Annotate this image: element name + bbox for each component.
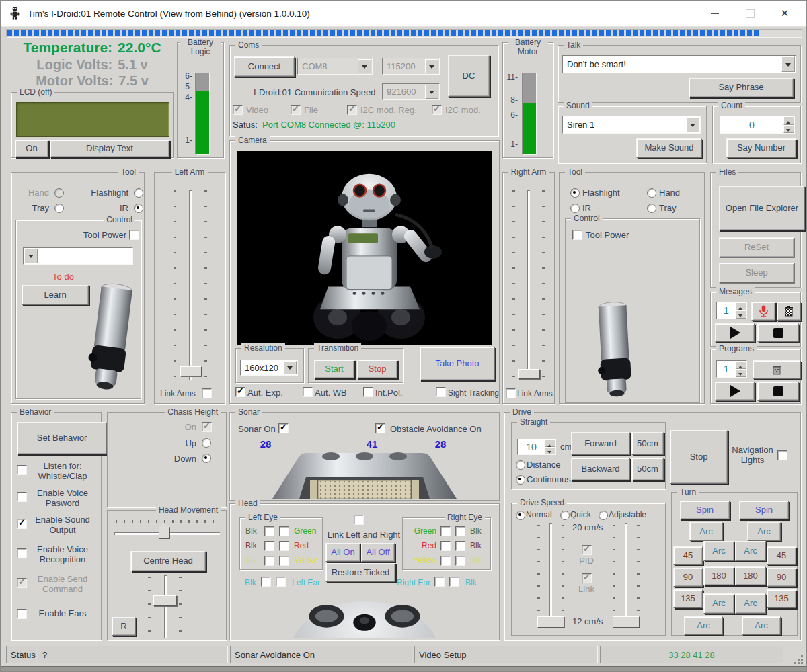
centre-head-button[interactable]: Centre Head	[130, 551, 206, 571]
play-message-button[interactable]	[715, 323, 755, 342]
right-arm-slider-thumb[interactable]	[518, 369, 540, 379]
sound-output-checkbox[interactable]	[17, 519, 27, 529]
head-reset-button[interactable]: R	[112, 617, 136, 636]
left-eye-red-cb1[interactable]	[264, 541, 274, 551]
left-speed-slider-thumb[interactable]	[537, 616, 564, 628]
navigation-lights-checkbox[interactable]	[777, 450, 787, 460]
message-down-icon[interactable]	[736, 310, 746, 319]
sonar-on-checkbox[interactable]	[278, 423, 289, 433]
head-tilt-slider-track[interactable]	[164, 575, 167, 638]
spin-left-button[interactable]: Spin	[680, 501, 730, 519]
arc-row3-left-button[interactable]: Arc	[703, 541, 734, 561]
link-speed-checkbox[interactable]	[582, 573, 592, 583]
i2c-reg-checkbox[interactable]	[347, 105, 357, 115]
minimize-button[interactable]	[699, 1, 731, 26]
turn-135-right-button[interactable]: 135	[767, 589, 796, 608]
arc-row5-left-button[interactable]: Arc	[703, 593, 734, 614]
lcd-on-button[interactable]: On	[15, 140, 48, 157]
baud-select[interactable]: 115200	[382, 58, 440, 75]
speed-quick-radio[interactable]	[560, 511, 570, 520]
all-off-button[interactable]: All Off	[361, 543, 395, 562]
turn-45-right-button[interactable]: 45	[767, 546, 796, 565]
pid-checkbox[interactable]	[582, 545, 592, 555]
left-arm-link-checkbox[interactable]	[202, 388, 212, 398]
tool-power-left-checkbox[interactable]	[129, 230, 139, 240]
chasis-down-radio[interactable]	[202, 454, 211, 463]
reset-button[interactable]: ReSet	[719, 237, 794, 257]
count-spinner[interactable]: 0	[720, 116, 795, 134]
message-number-spinner[interactable]: 1	[716, 302, 747, 319]
distance-spinner[interactable]: 10	[517, 439, 556, 455]
flashlight-radio-right[interactable]	[570, 188, 580, 198]
left-eye-yellow-cb1[interactable]	[264, 556, 274, 566]
record-message-button[interactable]	[751, 302, 775, 321]
tray-radio-right[interactable]	[647, 204, 656, 213]
right-arm-link-checkbox[interactable]	[506, 388, 516, 398]
speed-normal-radio[interactable]	[516, 511, 525, 520]
turn-90-right-button[interactable]: 90	[767, 568, 796, 587]
left-speed-slider-track[interactable]	[549, 523, 552, 626]
left-eye-green-cb1[interactable]	[264, 526, 274, 536]
tool-action-select[interactable]	[23, 247, 133, 265]
program-up-icon[interactable]	[736, 361, 746, 369]
right-eye-green-cb1[interactable]	[440, 526, 451, 536]
left-ear-cb2[interactable]	[276, 577, 286, 587]
int-pol-checkbox[interactable]	[363, 387, 373, 397]
right-speed-slider-thumb[interactable]	[613, 616, 640, 628]
left-ear-cb1[interactable]	[261, 577, 271, 587]
com-port-dropdown-icon[interactable]	[358, 59, 371, 73]
resolution-dropdown-icon[interactable]	[283, 361, 297, 374]
connect-button[interactable]: Connect	[234, 56, 295, 77]
sound-dropdown-icon[interactable]	[686, 117, 699, 132]
droid-speed-dropdown-icon[interactable]	[425, 85, 438, 99]
link-left-right-checkbox[interactable]	[354, 515, 364, 525]
message-up-icon[interactable]	[736, 302, 746, 310]
turn-90-left-button[interactable]: 90	[673, 568, 703, 587]
enable-ears-checkbox[interactable]	[17, 609, 27, 619]
droid-speed-select[interactable]: 921600	[382, 83, 440, 100]
arc-row2-left-button[interactable]: Arc	[689, 522, 723, 541]
phrase-select[interactable]: Don't be smart!	[562, 55, 796, 73]
count-up-icon[interactable]	[783, 116, 794, 125]
auto-exposure-checkbox[interactable]	[235, 387, 245, 397]
dc-button[interactable]: DC	[448, 55, 490, 97]
arc-row3-right-button[interactable]: Arc	[735, 541, 766, 561]
head-tilt-slider-thumb[interactable]	[153, 595, 177, 606]
arc-row6-right-button[interactable]: Arc	[742, 616, 781, 635]
listen-whistle-checkbox[interactable]	[17, 465, 27, 475]
turn-45-left-button[interactable]: 45	[673, 546, 703, 565]
hand-radio-right[interactable]	[647, 188, 656, 198]
stop-message-button[interactable]	[757, 323, 799, 342]
video-checkbox[interactable]	[233, 105, 243, 115]
speed-adjustable-radio[interactable]	[599, 511, 608, 520]
tool-power-right-checkbox[interactable]	[572, 230, 582, 240]
obstacle-avoidance-checkbox[interactable]	[375, 423, 385, 433]
right-ear-cb1[interactable]	[434, 577, 445, 587]
forward-50cm-button[interactable]: 50cm	[631, 432, 664, 455]
left-eye-green-cb2[interactable]	[279, 526, 289, 536]
forward-button[interactable]: Forward	[571, 432, 630, 455]
right-eye-yellow-cb2[interactable]	[455, 556, 465, 566]
arc-row5-right-button[interactable]: Arc	[735, 593, 766, 614]
ir-radio[interactable]	[134, 204, 143, 213]
lcd-display-text-button[interactable]: Display Text	[50, 140, 169, 157]
left-eye-yellow-cb2[interactable]	[279, 556, 289, 566]
hand-radio[interactable]	[54, 188, 64, 198]
com-port-select[interactable]: COM8	[297, 58, 373, 75]
right-speed-slider-track[interactable]	[625, 523, 627, 626]
arc-row6-left-button[interactable]: Arc	[684, 616, 723, 635]
continuous-radio[interactable]	[516, 475, 525, 485]
right-eye-red-cb2[interactable]	[455, 541, 465, 551]
send-command-checkbox[interactable]	[17, 578, 27, 588]
turn-180-left-button[interactable]: 180	[703, 566, 734, 585]
count-down-icon[interactable]	[783, 125, 794, 134]
transmission-start-button[interactable]: Start	[314, 360, 354, 378]
tool-action-dropdown-icon[interactable]	[24, 249, 38, 263]
phrase-dropdown-icon[interactable]	[781, 56, 795, 72]
stop-program-button[interactable]	[757, 382, 799, 401]
right-eye-yellow-cb1[interactable]	[440, 556, 451, 566]
delete-message-button[interactable]	[777, 302, 801, 321]
sleep-button[interactable]: Sleep	[719, 263, 794, 283]
learn-button[interactable]: Learn	[22, 285, 89, 305]
play-program-button[interactable]	[715, 382, 755, 401]
